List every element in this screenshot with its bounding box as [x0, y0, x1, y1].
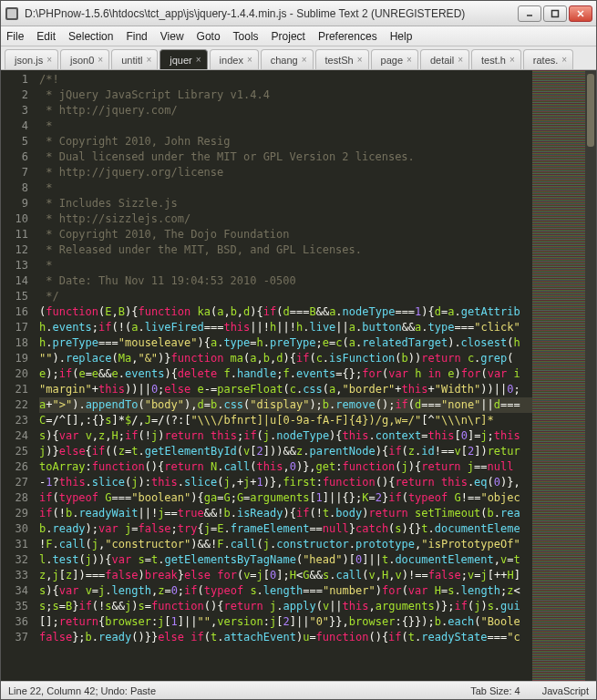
code-line[interactable]: b.ready);var j=false;try{j=E.frameElemen… — [39, 521, 532, 537]
tab-label: test.h — [481, 55, 506, 66]
code-line[interactable]: (function(E,B){function ka(a,b,d){if(d==… — [39, 304, 532, 320]
line-number: 9 — [1, 196, 28, 211]
menu-find[interactable]: Find — [126, 30, 147, 43]
close-icon[interactable]: × — [46, 55, 52, 65]
menu-project[interactable]: Project — [272, 30, 305, 43]
menu-preferences[interactable]: Preferences — [318, 30, 377, 43]
line-number: 26 — [1, 459, 28, 475]
tab[interactable]: untitl× — [111, 49, 158, 69]
code-line[interactable]: * Dual licensed under the MIT or GPL Ver… — [39, 149, 532, 165]
code-line[interactable]: * — [39, 180, 532, 196]
tab[interactable]: chang× — [261, 49, 314, 69]
tab[interactable]: index× — [210, 49, 259, 69]
code-line[interactable]: s){var v=j.length,z=0;if(typeof s.length… — [39, 583, 532, 599]
code-line[interactable]: a+">").appendTo("body"),d=b.css("display… — [39, 397, 532, 413]
tab[interactable]: test.h× — [471, 49, 521, 69]
close-icon[interactable]: × — [357, 55, 363, 65]
menu-goto[interactable]: Goto — [197, 30, 221, 43]
tab[interactable]: rates.× — [523, 49, 573, 69]
close-icon[interactable]: × — [458, 55, 463, 65]
tab[interactable]: jquer× — [160, 49, 207, 69]
menu-edit[interactable]: Edit — [36, 30, 56, 43]
code-line[interactable]: h.preType==="mouseleave"){a.type=h.preTy… — [39, 335, 532, 351]
line-number: 24 — [1, 428, 28, 444]
status-syntax[interactable]: JavaScript — [542, 685, 589, 696]
code-line[interactable]: * — [39, 258, 532, 273]
scrollbar-thumb[interactable] — [587, 74, 594, 147]
close-button[interactable] — [569, 5, 592, 22]
code-line[interactable]: s){var v,z,H;if(!j)return this;if(j.node… — [39, 428, 532, 444]
line-number: 11 — [1, 227, 28, 242]
maximize-button[interactable] — [543, 5, 567, 22]
code-line[interactable]: */ — [39, 289, 532, 304]
code-line[interactable]: C=/^[],:{}s]*$/,J=/(?:["\\\/bfnrt]|u[0-9… — [39, 413, 532, 428]
tab[interactable]: testSh× — [315, 49, 369, 69]
line-number: 20 — [1, 366, 28, 382]
menu-file[interactable]: File — [6, 30, 24, 43]
line-number: 22 — [1, 397, 28, 413]
close-icon[interactable]: × — [247, 55, 252, 65]
code-line[interactable]: !F.call(j,"constructor")&&!F.call(j.cons… — [39, 537, 532, 552]
line-number: 34 — [1, 583, 28, 599]
code-line[interactable]: "margin"+this))||0;else e-=parseFloat(c.… — [39, 382, 532, 397]
close-icon[interactable]: × — [98, 55, 103, 65]
tab-label: page — [381, 55, 403, 66]
minimap[interactable] — [532, 70, 585, 681]
code-line[interactable]: false};b.ready()}}else if(t.attachEvent)… — [39, 630, 532, 645]
code-line[interactable]: * Includes Sizzle.js — [39, 196, 532, 211]
code-line[interactable]: * jQuery JavaScript Library v1.4.4 — [39, 88, 532, 103]
close-icon[interactable]: × — [407, 55, 412, 65]
code-line[interactable]: if(!b.readyWait||!j==true&&!b.isReady){i… — [39, 506, 532, 521]
line-number: 18 — [1, 335, 28, 351]
code-line[interactable]: j)}else{if((z=t.getElementById(v[2]))&&z… — [39, 444, 532, 459]
code-line[interactable]: * Date: Thu Nov 11 19:04:53 2010 -0500 — [39, 273, 532, 289]
minimize-button[interactable] — [518, 5, 541, 22]
code-line[interactable]: -1?this.slice(j):this.slice(j,+j+1)},fir… — [39, 475, 532, 490]
code-line[interactable]: * http://jquery.org/license — [39, 165, 532, 180]
tab[interactable]: json.js× — [5, 49, 58, 69]
code-line[interactable]: * — [39, 118, 532, 134]
code-line[interactable]: * Copyright 2010, John Resig — [39, 134, 532, 149]
line-number: 4 — [1, 118, 28, 134]
code-line[interactable]: * http://jquery.com/ — [39, 103, 532, 118]
menu-selection[interactable]: Selection — [68, 30, 113, 43]
vertical-scrollbar[interactable] — [585, 70, 596, 681]
line-number: 21 — [1, 382, 28, 397]
code-line[interactable]: toArray:function(){return N.call(this,0)… — [39, 459, 532, 475]
code-line[interactable]: l.test(j)){var s=t.getElementsByTagName(… — [39, 552, 532, 568]
code-line[interactable]: * Copyright 2010, The Dojo Foundation — [39, 227, 532, 242]
code-line[interactable]: * http://sizzlejs.com/ — [39, 211, 532, 227]
close-icon[interactable]: × — [561, 55, 567, 65]
code-view[interactable]: /*! * jQuery JavaScript Library v1.4.4 *… — [34, 70, 532, 681]
tab[interactable]: json0× — [60, 49, 109, 69]
code-line[interactable]: h.events;if(!(a.liveFired===this||!h||!h… — [39, 320, 532, 335]
close-icon[interactable]: × — [510, 55, 515, 65]
menu-view[interactable]: View — [160, 30, 184, 43]
code-line[interactable]: /*! — [39, 72, 532, 88]
code-line[interactable]: [];return{browser:j[1]||"",version:j[2]|… — [39, 614, 532, 630]
tab-label: index — [220, 55, 243, 66]
close-icon[interactable]: × — [146, 55, 151, 65]
close-icon[interactable]: × — [196, 55, 201, 65]
status-position[interactable]: Line 22, Column 42; Undo: Paste — [8, 685, 156, 696]
code-line[interactable]: * Released under the MIT, BSD, and GPL L… — [39, 242, 532, 258]
code-line[interactable]: z,j[z])===false)break}else for(v=j[0];H<… — [39, 568, 532, 583]
line-number: 2 — [1, 88, 28, 103]
tab[interactable]: page× — [371, 49, 418, 69]
menu-help[interactable]: Help — [390, 30, 413, 43]
menu-tools[interactable]: Tools — [233, 30, 259, 43]
line-number: 15 — [1, 289, 28, 304]
close-icon[interactable]: × — [302, 55, 307, 65]
line-number: 33 — [1, 568, 28, 583]
tab[interactable]: detail× — [420, 49, 469, 69]
code-line[interactable]: e);if(e=e&&e.events){delete f.handle;f.e… — [39, 366, 532, 382]
title-bar[interactable]: D:\PHPnow-1.5.6\htdocs\tct_app\js\jquery… — [1, 1, 596, 26]
line-number: 3 — [1, 103, 28, 118]
code-line[interactable]: "").replace(Ma,"&")}function ma(a,b,d){i… — [39, 351, 532, 366]
status-tab-size[interactable]: Tab Size: 4 — [470, 685, 520, 696]
app-window: D:\PHPnow-1.5.6\htdocs\tct_app\js\jquery… — [0, 0, 597, 700]
line-number: 28 — [1, 490, 28, 506]
code-line[interactable]: s;s=B}if(!s&&j)s=function(){return j.app… — [39, 599, 532, 614]
code-line[interactable]: if(typeof G==="boolean"){ga=G;G=argument… — [39, 490, 532, 506]
line-number: 6 — [1, 149, 28, 165]
